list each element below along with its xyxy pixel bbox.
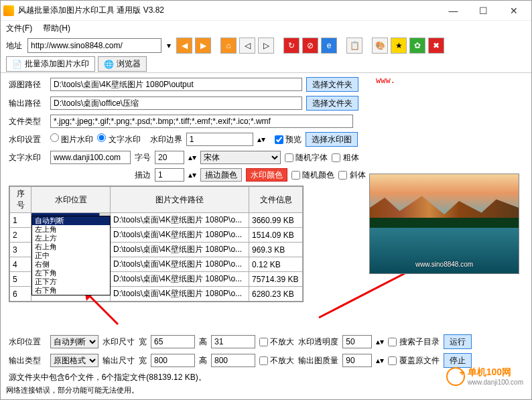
palette-icon[interactable]: 🎨	[372, 38, 388, 54]
nav-back-icon[interactable]: ◀	[176, 38, 192, 54]
outline-input[interactable]	[155, 168, 184, 182]
wm-pos-select[interactable]: 自动判断	[50, 335, 98, 348]
star-icon[interactable]: ★	[391, 38, 407, 54]
opacity-label: 水印透明度	[298, 336, 338, 348]
font-name-select[interactable]: 宋体	[200, 151, 281, 164]
no-enlarge-checkbox[interactable]: 不放大	[259, 336, 294, 348]
spinner-icon[interactable]: ▴▾	[188, 153, 196, 162]
menu-help[interactable]: 帮助(H)	[43, 23, 70, 34]
out-height-input[interactable]	[211, 354, 255, 367]
home-icon[interactable]: ⌂	[220, 38, 237, 54]
svg-line-0	[88, 294, 118, 324]
spinner-icon[interactable]: ▴▾	[257, 135, 265, 144]
file-type-input[interactable]	[50, 115, 353, 128]
tab-browser[interactable]: 🌐 浏览器	[98, 56, 147, 72]
file-table: 序号 水印位置 图片文件路径 文件信息 1 自动判断▾ D:\tools\桌面\…	[9, 186, 304, 302]
main-content: www. 源图路径 选择文件夹 输出路径 选择文件夹 文件类型 水印设置 图片水…	[1, 73, 531, 306]
text-wm-label: 文字水印	[9, 152, 46, 163]
bold-checkbox[interactable]: 粗体	[332, 152, 358, 163]
margin-label: 水印边界	[150, 134, 182, 145]
nav-prev-icon[interactable]: ◁	[239, 38, 255, 54]
wm-size-label: 水印尺寸	[103, 336, 135, 348]
logo-icon	[446, 367, 465, 386]
stop-icon[interactable]: ⊘	[302, 38, 318, 54]
wm-color-button[interactable]: 水印颜色	[246, 168, 287, 182]
spinner-icon[interactable]: ▴▾	[188, 170, 196, 180]
random-font-checkbox[interactable]: 随机字体	[285, 152, 328, 163]
italic-checkbox[interactable]: 斜体	[338, 170, 365, 181]
out-type-label: 输出类型	[9, 355, 46, 366]
out-size-label: 输出尺寸	[103, 355, 135, 366]
app-icon	[3, 5, 14, 16]
address-bar: 地址 ▾ ◀ ▶ ⌂ ◁ ▷ ↻ ⊘ e 📋 🎨 ★ ✿ ✖	[1, 36, 531, 56]
globe-icon[interactable]: e	[321, 38, 337, 54]
minimize-button[interactable]: —	[438, 1, 468, 20]
image-preview: www.sino8848.com	[369, 174, 519, 274]
menu-file[interactable]: 文件(F)	[6, 23, 32, 34]
globe-icon: 🌐	[104, 60, 114, 69]
close-button[interactable]: ✕	[498, 1, 529, 20]
site-logo: 单机100网 www.danji100.com	[446, 366, 523, 386]
spinner-icon[interactable]: ▴▾	[376, 356, 384, 365]
image-wm-radio[interactable]: 图片水印	[50, 133, 93, 145]
tab-bar: 📄 批量添加图片水印 🌐 浏览器	[1, 56, 531, 73]
run-button[interactable]: 运行	[444, 334, 472, 349]
browse-src-button[interactable]: 选择文件夹	[306, 77, 358, 92]
quality-label: 输出图质量	[298, 355, 338, 366]
window-title: 风越批量添加图片水印工具 通用版 V3.82	[18, 5, 438, 16]
search-subdir-checkbox[interactable]: 搜索子目录	[388, 336, 439, 348]
refresh-icon[interactable]: ↻	[283, 38, 300, 54]
file-type-label: 文件类型	[9, 116, 46, 127]
stop-button[interactable]: 停止	[444, 353, 472, 368]
preview-checkbox[interactable]: 预览	[275, 134, 302, 145]
browse-out-button[interactable]: 选择文件夹	[306, 96, 358, 111]
font-size-input[interactable]	[155, 151, 184, 164]
watermark-text: www.sino8848.com	[415, 261, 473, 268]
wm-height-input[interactable]	[211, 335, 255, 348]
tab-watermark[interactable]: 📄 批量添加图片水印	[6, 56, 95, 72]
table-header: 序号 水印位置 图片文件路径 文件信息	[10, 187, 303, 213]
quality-input[interactable]	[342, 354, 372, 367]
src-path-label: 源图路径	[9, 79, 46, 90]
outline-label: 描边	[135, 170, 151, 181]
src-path-input[interactable]	[50, 78, 302, 91]
wm-setting-label: 水印设置	[9, 134, 46, 145]
gear-icon[interactable]: ✿	[409, 38, 425, 54]
margin-input[interactable]	[186, 133, 253, 146]
choose-wm-image-button[interactable]: 选择水印图	[306, 132, 358, 147]
address-input[interactable]	[27, 38, 161, 53]
out-path-label: 输出路径	[9, 98, 46, 109]
text-wm-radio[interactable]: 文字水印	[97, 133, 140, 145]
wm-width-input[interactable]	[151, 335, 195, 348]
nav-fwd-icon[interactable]: ▶	[195, 38, 211, 54]
dropdown-icon[interactable]: ▾	[164, 41, 174, 50]
text-wm-input[interactable]	[50, 151, 131, 164]
wm-position-dropdown[interactable]: 自动判断 左上角 左上方 右上角 正中 右侧 左下角 正下方 右下角	[31, 216, 111, 295]
maximize-button[interactable]: ☐	[468, 1, 498, 20]
www-annotation: www.	[376, 76, 395, 85]
out-type-select[interactable]: 原图格式	[50, 354, 98, 367]
random-color-checkbox[interactable]: 随机颜色	[291, 170, 334, 181]
overwrite-checkbox[interactable]: 覆盖原文件	[388, 355, 439, 366]
opacity-input[interactable]	[342, 335, 372, 348]
font-size-label: 字号	[135, 152, 151, 163]
out-path-input[interactable]	[50, 96, 302, 110]
menu-bar: 文件(F) 帮助(H)	[1, 21, 531, 36]
out-width-input[interactable]	[151, 354, 195, 367]
outline-color-button[interactable]: 描边颜色	[200, 168, 242, 182]
copy-icon[interactable]: 📋	[346, 38, 362, 54]
spinner-icon[interactable]: ▴▾	[376, 337, 384, 346]
title-bar: 风越批量添加图片水印工具 通用版 V3.82 — ☐ ✕	[1, 1, 531, 21]
status-bar: 网络连接错误，部分功能可能无法使用。	[6, 385, 139, 395]
document-icon: 📄	[12, 60, 22, 69]
delete-icon[interactable]: ✖	[428, 38, 444, 54]
address-label: 地址	[6, 40, 22, 52]
wm-pos-label: 水印位置	[9, 336, 46, 348]
no-enlarge-checkbox2[interactable]: 不放大	[259, 355, 294, 366]
nav-next-icon[interactable]: ▷	[258, 38, 274, 54]
